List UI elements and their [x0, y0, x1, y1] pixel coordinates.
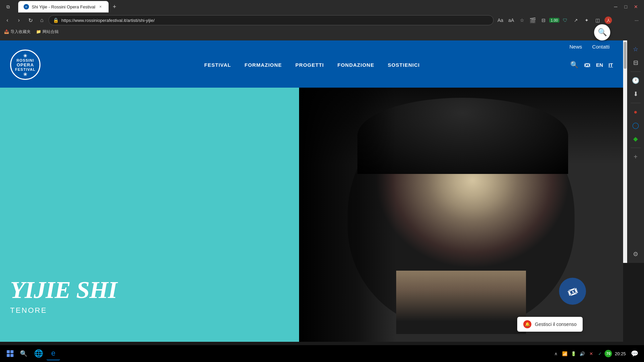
bookmark-import-icon: 📥 — [4, 29, 9, 34]
start-button[interactable] — [3, 347, 17, 360]
nav-fondazione[interactable]: FONDAZIONE — [338, 62, 374, 68]
more-btn[interactable]: ··· — [632, 16, 641, 25]
nav-contatti-link[interactable]: Contatti — [592, 44, 610, 50]
url-bar[interactable]: 🔒 https://www.rossinioperafestival.it/ar… — [49, 15, 494, 25]
bookmark-import-label: 导入收藏夹 — [10, 29, 31, 35]
refresh-btn[interactable]: ↻ — [26, 16, 35, 25]
share-btn[interactable]: ↗ — [571, 16, 581, 25]
tray-counter-badge[interactable]: 70 — [605, 350, 612, 357]
nav-tickets-icon[interactable]: 🎟 — [584, 61, 591, 69]
sidebar-collections-icon[interactable]: ⊟ — [630, 57, 642, 69]
back-btn[interactable]: ‹ — [3, 16, 12, 25]
windows-logo — [7, 350, 13, 357]
logo-rossini: ROSSINI — [17, 58, 34, 62]
hero-section: YIJIE SHI TENORE 🎟 🔔 Gesti — [0, 88, 623, 342]
sidebar-add-btn[interactable]: + — [630, 151, 642, 163]
sidebar-divider-3 — [631, 148, 641, 148]
sidebar-translate-icon[interactable]: ● — [630, 106, 642, 118]
sidebar-divider-1 — [631, 71, 641, 72]
taskbar-time: 20:25 — [615, 351, 626, 356]
sidebar-map-icon[interactable]: ◆ — [630, 133, 642, 145]
nav-news-link[interactable]: News — [569, 44, 582, 50]
logo-area[interactable]: ❀ ROSSINI OPERA FESTIVAL ❀ — [10, 50, 40, 80]
tray-check-icon[interactable]: ✓ — [596, 350, 604, 358]
taskbar-apps: 🌐 e — [32, 347, 60, 360]
profile-btn[interactable]: 人 — [604, 16, 613, 25]
portrait-shadow — [299, 88, 396, 342]
tray-arrow-icon[interactable]: ∧ — [552, 350, 560, 358]
nav-lang-it[interactable]: IT — [609, 62, 613, 68]
maximize-btn[interactable]: □ — [621, 2, 631, 11]
sidebar-gear-icon[interactable]: ⚙ — [630, 248, 642, 260]
tray-network-icon[interactable]: 📶 — [561, 350, 569, 358]
tab-title: Shi Yijie - Rossini Opera Festival — [32, 4, 95, 9]
bookmarks-bar: 📥 导入收藏夹 📁 网站合辑 — [0, 27, 644, 36]
scrollbar-thumb[interactable] — [624, 42, 626, 69]
favorites-star-btn[interactable]: ☆ — [517, 16, 527, 25]
browser-titlebar: ⧉ R Shi Yijie - Rossini Opera Festival ×… — [0, 0, 644, 13]
sidebar-favorites-icon[interactable]: ☆ — [630, 43, 642, 55]
logo-leaves: ❀ — [23, 53, 27, 58]
minimize-btn[interactable]: ─ — [611, 2, 620, 11]
nav-progetti[interactable]: PROGETTI — [295, 62, 324, 68]
sidebar-outlook-icon[interactable]: ◯ — [630, 119, 642, 131]
nav-main: ❀ ROSSINI OPERA FESTIVAL ❀ FESTIVAL FORM… — [0, 50, 623, 80]
big-search-btn[interactable]: 🔍 — [594, 24, 610, 40]
portrait-neck — [396, 271, 526, 334]
forward-btn[interactable]: › — [14, 16, 24, 25]
nav-formazione[interactable]: FORMAZIONE — [244, 62, 282, 68]
nav-items: FESTIVAL FORMAZIONE PROGETTI FONDAZIONE … — [54, 62, 570, 68]
tab-close-btn[interactable]: × — [98, 4, 103, 10]
ticket-button[interactable]: 🎟 — [559, 278, 586, 305]
site-logo[interactable]: ❀ ROSSINI OPERA FESTIVAL ❀ — [10, 50, 40, 80]
collections-btn[interactable]: 🎬 — [528, 16, 537, 25]
consent-logo: 🔔 — [523, 320, 531, 328]
tray-battery-icon[interactable]: 🔋 — [569, 350, 578, 358]
website-content: News Contatti ❀ ROSSINI OPERA FESTIVAL ❀… — [0, 40, 623, 342]
nav-festival[interactable]: FESTIVAL — [204, 62, 231, 68]
bookmark-import[interactable]: 📥 导入收藏夹 — [4, 29, 31, 35]
sidebar-btn[interactable]: ◫ — [593, 16, 602, 25]
read-mode-btn[interactable]: Aa — [496, 16, 505, 25]
add-btn[interactable]: ✦ — [582, 16, 591, 25]
scrollbar[interactable] — [623, 40, 627, 263]
sidebar-downloads-icon[interactable]: ⬇ — [630, 88, 642, 100]
nav-sostienici[interactable]: SOSTIENICI — [388, 62, 420, 68]
taskbar-app-edge[interactable]: e — [47, 347, 60, 360]
ie-icon: 🌐 — [34, 349, 43, 358]
right-sidebar: ☆ ⊟ 🕐 ⬇ ● ◯ ◆ + ⚙ — [627, 40, 644, 263]
read-aloud-btn[interactable]: aA — [506, 16, 516, 25]
nav-lang-en[interactable]: EN — [596, 62, 603, 68]
bookmark-folder-icon: 📁 — [36, 29, 41, 34]
bookmark-collection-label: 网站合辑 — [42, 29, 59, 35]
close-btn[interactable]: ✕ — [631, 2, 641, 11]
tab-favicon: R — [24, 4, 29, 9]
taskbar-app-ie[interactable]: 🌐 — [32, 347, 45, 360]
new-tab-btn[interactable]: + — [110, 2, 119, 11]
consent-bar[interactable]: 🔔 Gestisci il consenso — [517, 317, 583, 332]
tab-bar: R Shi Yijie - Rossini Opera Festival × + — [16, 0, 122, 13]
home-btn[interactable]: ⌂ — [37, 16, 47, 25]
vpn-btn[interactable]: 🛡 — [560, 16, 570, 25]
taskbar: 🔍 🌐 e ∧ 📶 🔋 🔊 ✕ ✓ 70 20:25 💬 — [0, 345, 644, 362]
profile-avatar: 人 — [605, 17, 612, 24]
time-display: 20:25 — [615, 351, 626, 356]
split-screen-btn[interactable]: ⊟ — [539, 16, 548, 25]
logo-festival: FESTIVAL — [15, 67, 35, 71]
taskbar-search-btn[interactable]: 🔍 — [17, 347, 30, 360]
tray-x-icon[interactable]: ✕ — [587, 350, 595, 358]
nav-search-icon[interactable]: 🔍 — [570, 61, 579, 69]
artist-role: TENORE — [10, 306, 282, 315]
sidebar-history-icon[interactable]: 🕐 — [630, 74, 642, 87]
notification-btn[interactable]: 💬 — [628, 348, 641, 360]
tab-overview-btn[interactable]: ⧉ — [3, 2, 13, 11]
active-tab[interactable]: R Shi Yijie - Rossini Opera Festival × — [18, 1, 109, 12]
counter-btn[interactable]: 1.00 — [550, 16, 559, 25]
tray-sound-icon[interactable]: 🔊 — [578, 350, 586, 358]
bookmark-collection[interactable]: 📁 网站合辑 — [36, 29, 59, 35]
sidebar-divider-2 — [631, 103, 641, 103]
ticket-icon: 🎟 — [565, 283, 580, 299]
browser-chrome: ⧉ R Shi Yijie - Rossini Opera Festival ×… — [0, 0, 644, 40]
taskbar-right: ∧ 📶 🔋 🔊 ✕ ✓ 70 20:25 💬 — [552, 348, 641, 360]
site-nav: News Contatti ❀ ROSSINI OPERA FESTIVAL ❀… — [0, 40, 623, 88]
